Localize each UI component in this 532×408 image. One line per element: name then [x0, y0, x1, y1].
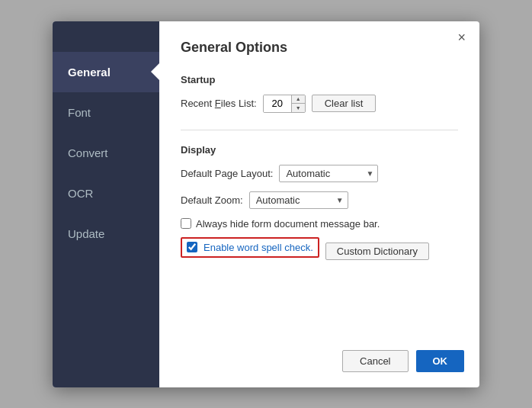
recent-files-label: Recent Files List:: [181, 98, 257, 109]
default-page-layout-select[interactable]: Automatic Single Page Facing Continuous: [279, 165, 378, 182]
hide-form-checkbox[interactable]: [181, 218, 191, 229]
sidebar-item-general[interactable]: General: [53, 52, 159, 92]
spell-check-checkbox[interactable]: [187, 242, 197, 252]
dialog-title: General Options: [181, 40, 458, 56]
sidebar-item-update[interactable]: Update: [53, 214, 159, 254]
recent-files-input[interactable]: 20: [264, 95, 291, 112]
ok-button[interactable]: OK: [416, 350, 465, 372]
sidebar-item-label: General: [68, 66, 111, 79]
startup-section-title: Startup: [181, 74, 458, 85]
default-page-layout-row: Default Page Layout: Automatic Single Pa…: [181, 165, 458, 182]
main-content: × General Options Startup Recent Files L…: [159, 21, 479, 387]
sidebar-item-label: OCR: [68, 187, 93, 200]
sidebar-item-convert[interactable]: Convert: [53, 133, 159, 173]
close-button[interactable]: ×: [453, 29, 470, 46]
display-section-title: Display: [181, 144, 458, 156]
spinner-up-button[interactable]: ▲: [291, 95, 305, 104]
sidebar-item-label: Convert: [68, 146, 108, 159]
sidebar-item-label: Font: [68, 106, 91, 119]
spinner-down-button[interactable]: ▼: [291, 104, 305, 112]
sidebar-item-label: Update: [68, 227, 104, 240]
clear-list-button[interactable]: Clear list: [312, 95, 377, 112]
default-zoom-select-wrapper: Automatic 50% 75% 100% 125% 150% ▼: [249, 191, 348, 209]
divider-1: [181, 130, 458, 130]
spell-check-row-wrapper: Enable word spell check. Custom Dictiona…: [181, 237, 458, 265]
recent-files-spinner[interactable]: 20 ▲ ▼: [263, 95, 306, 113]
spell-check-highlighted-row: Enable word spell check.: [181, 237, 319, 258]
hide-form-row: Always hide form document message bar.: [181, 218, 458, 230]
default-zoom-select[interactable]: Automatic 50% 75% 100% 125% 150%: [249, 191, 348, 209]
dialog: General Font Convert OCR Update × Genera…: [53, 21, 479, 387]
spinner-buttons: ▲ ▼: [291, 95, 305, 112]
spell-check-label: Enable word spell check.: [204, 242, 313, 253]
default-page-layout-select-wrapper: Automatic Single Page Facing Continuous …: [279, 165, 378, 182]
recent-files-row: Recent Files List: 20 ▲ ▼ Clear list: [181, 95, 458, 113]
hide-form-label: Always hide form document message bar.: [196, 218, 380, 230]
default-page-layout-label: Default Page Layout:: [181, 168, 273, 179]
custom-dictionary-button[interactable]: Custom Dictionary: [325, 243, 429, 260]
default-zoom-label: Default Zoom:: [181, 194, 243, 206]
sidebar: General Font Convert OCR Update: [53, 21, 159, 387]
sidebar-item-font[interactable]: Font: [53, 92, 159, 133]
sidebar-item-ocr[interactable]: OCR: [53, 173, 159, 214]
cancel-button[interactable]: Cancel: [342, 350, 408, 372]
default-zoom-row: Default Zoom: Automatic 50% 75% 100% 125…: [181, 191, 458, 209]
dialog-footer: Cancel OK: [342, 350, 464, 372]
